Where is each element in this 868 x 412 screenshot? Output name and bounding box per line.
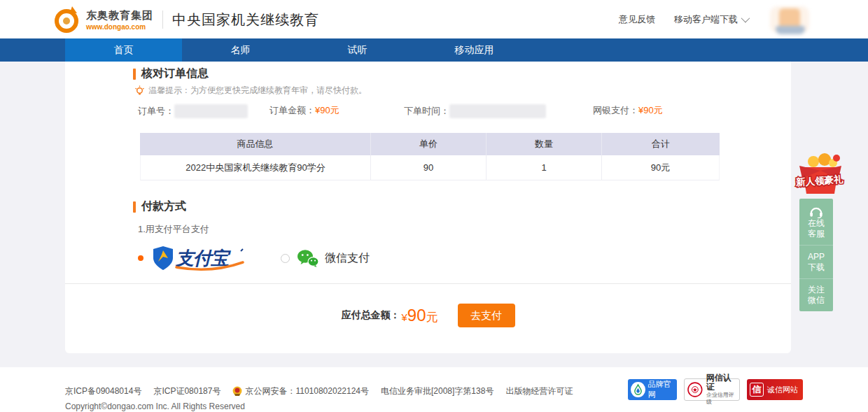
tab-audition[interactable]: 试听	[299, 38, 416, 62]
table-header-total: 合计	[602, 133, 720, 155]
follow-wechat-button[interactable]: 关注微信	[799, 278, 833, 311]
payment-subtitle: 1.用支付平台支付	[138, 223, 209, 236]
ebank-value: ¥90元	[638, 104, 663, 117]
order-section-title: 核对订单信息	[133, 66, 209, 81]
app-download-label: APP下载	[806, 252, 826, 273]
brand-site-label: 品牌官网	[648, 379, 677, 400]
order-amount-field: 订单金额： ¥90元	[270, 104, 340, 117]
icp-license: 京ICP证080187号	[153, 385, 220, 397]
dongao-logo-icon	[52, 6, 80, 34]
gift-box-icon: 新人领豪礼	[792, 152, 847, 198]
chevron-down-icon	[741, 14, 750, 23]
section-accent-bar	[133, 201, 136, 213]
wechat-icon	[297, 249, 319, 268]
ebank-field: 网银支付： ¥90元	[593, 104, 663, 117]
section-divider	[65, 283, 791, 284]
cell-product: 2022中央国家机关继续教育90学分	[140, 155, 371, 180]
payment-section-title-text: 付款方式	[141, 199, 186, 214]
wangxin-cert-line1: 网信认证	[706, 374, 739, 392]
police-badge-icon	[232, 386, 242, 397]
cell-total: 90元	[602, 155, 720, 180]
total-unit: 元	[426, 309, 438, 325]
follow-wechat-label: 关注微信	[806, 285, 826, 306]
mobile-download-label: 移动客户端下载	[674, 13, 738, 26]
copyright: Copyright©dongao.com Inc. All Rights Res…	[65, 402, 245, 411]
total-label: 应付总金额：	[341, 309, 400, 322]
main-nav: 首页 名师 试听 移动应用	[0, 38, 868, 62]
payment-options: 支付宝 微信支付	[138, 243, 370, 273]
table-header-qty: 数量	[486, 133, 602, 155]
order-fields-row: 订单号： 订单金额： ¥90元 下单时间： 网银支付： ¥90元	[138, 104, 791, 120]
total-amount: 90	[407, 306, 426, 325]
order-table: 商品信息 单价 数量 合计 2022中央国家机关继续教育90学分 90 1 90…	[140, 133, 720, 180]
order-number-field: 订单号：	[138, 104, 248, 118]
total-value: ¥ 90 元	[401, 306, 438, 325]
table-header-row: 商品信息 单价 数量 合计	[140, 133, 720, 155]
svg-text:支付宝: 支付宝	[175, 248, 231, 269]
order-content-panel: 核对订单信息 温馨提示：为方便您更快完成继续教育年审，请尽快付款。 订单号： 订…	[65, 62, 791, 353]
avatar-body	[776, 26, 805, 34]
top-header: 东奥教育集团 www.dongao.com 中央国家机关继续教育 意见反馈 移动…	[0, 0, 868, 38]
tab-teachers[interactable]: 名师	[182, 38, 299, 62]
payment-section-title: 付款方式	[133, 199, 186, 214]
trust-site-label: 诚信网站	[767, 385, 798, 395]
alipay-option[interactable]: 支付宝	[152, 245, 250, 271]
mobile-download-link[interactable]: 移动客户端下载	[674, 13, 748, 26]
table-row: 2022中央国家机关继续教育90学分 90 1 90元	[140, 155, 720, 180]
avatar[interactable]	[766, 5, 813, 34]
wangxin-cert-badge[interactable]: 网信认证 企业信用评级	[684, 378, 740, 401]
wechat-option[interactable]: 微信支付	[281, 249, 370, 268]
tab-mobile-app[interactable]: 移动应用	[416, 38, 533, 62]
order-time-field: 下单时间：	[404, 104, 546, 118]
brand-url: www.dongao.com	[86, 23, 153, 31]
cell-price: 90	[371, 155, 486, 180]
brand-name: 东奥教育集团	[86, 9, 153, 22]
online-service-button[interactable]: 在线客服	[799, 199, 833, 245]
order-time-label: 下单时间：	[404, 105, 449, 118]
currency-symbol: ¥	[401, 311, 407, 323]
section-accent-bar	[133, 69, 136, 80]
brand-text: 东奥教育集团 www.dongao.com	[86, 9, 153, 31]
wangxin-cert-line2: 企业信用评级	[706, 392, 739, 406]
order-number-label: 订单号：	[138, 105, 174, 118]
alipay-radio[interactable]	[138, 255, 144, 261]
brand-logo[interactable]: 东奥教育集团 www.dongao.com	[52, 6, 153, 34]
app-download-button[interactable]: APP下载	[799, 245, 833, 278]
side-toolbar: 在线客服 APP下载 关注微信	[799, 199, 833, 311]
go-pay-button[interactable]: 去支付	[458, 304, 515, 327]
police-registration: 京公网安备：11010802022124号	[232, 385, 369, 397]
site-title: 中央国家机关继续教育	[172, 10, 319, 29]
publication-license: 出版物经营许可证	[505, 385, 573, 397]
brand-site-badge[interactable]: 品牌官网	[628, 379, 677, 400]
order-amount-value: ¥90元	[315, 104, 340, 117]
online-service-label: 在线客服	[806, 218, 826, 239]
order-tip: 温馨提示：为方便您更快完成继续教育年审，请尽快付款。	[134, 85, 367, 97]
certification-badges: 品牌官网 网信认证 企业信用评级 信 诚信网站	[628, 378, 803, 401]
page-footer: 京ICP备09048014号 京ICP证080187号 京公网安备：110108…	[0, 367, 868, 412]
table-header-price: 单价	[371, 133, 486, 155]
ebank-label: 网银支付：	[593, 104, 638, 117]
tab-home[interactable]: 首页	[65, 38, 182, 62]
order-tip-text: 温馨提示：为方便您更快完成继续教育年审，请尽快付款。	[148, 85, 367, 97]
trust-site-badge[interactable]: 信 诚信网站	[747, 379, 803, 400]
order-amount-label: 订单金额：	[270, 104, 315, 117]
trust-icon: 信	[750, 383, 764, 397]
seal-icon	[687, 381, 704, 398]
header-divider	[162, 10, 163, 29]
cell-qty: 1	[486, 155, 602, 180]
newcomer-gift-widget[interactable]: 新人领豪礼	[792, 152, 847, 198]
payment-total-row: 应付总金额： ¥ 90 元 去支付	[65, 302, 791, 329]
water-drop-icon	[631, 382, 645, 397]
lightbulb-icon	[134, 85, 145, 96]
nav-spacer	[0, 38, 65, 62]
order-number-redacted	[174, 104, 248, 118]
wechat-radio[interactable]	[281, 254, 290, 263]
headset-icon	[808, 205, 824, 218]
order-section-title-text: 核对订单信息	[141, 66, 209, 81]
wangxin-cert-text: 网信认证 企业信用评级	[706, 374, 739, 406]
order-time-redacted	[449, 104, 546, 118]
alipay-logo-icon: 支付宝	[152, 245, 250, 271]
icp-number: 京ICP备09048014号	[65, 385, 141, 397]
table-header-product: 商品信息	[140, 133, 371, 155]
feedback-link[interactable]: 意见反馈	[619, 13, 655, 26]
